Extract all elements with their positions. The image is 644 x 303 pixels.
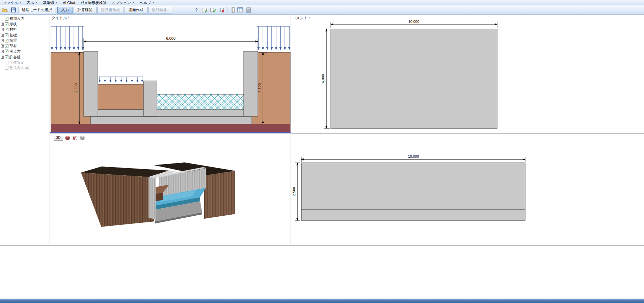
- save-floppy-icon: [11, 7, 16, 12]
- toolbar-separator: [227, 7, 228, 13]
- menu-ai-chat[interactable]: AI Chat: [60, 0, 78, 5]
- model-3d-drawing[interactable]: [50, 134, 291, 245]
- tree-item-label: 考え方: [9, 49, 21, 54]
- open-button[interactable]: [1, 7, 8, 13]
- mode-select-button[interactable]: 処理モードの選択: [19, 7, 55, 13]
- tree-item-shape[interactable]: 形状: [0, 21, 50, 27]
- tree-item-material[interactable]: 材料: [0, 27, 50, 32]
- tree-item-label: 基礎: [9, 33, 17, 38]
- table-result-button[interactable]: [218, 7, 225, 13]
- expand-plus-icon[interactable]: [1, 34, 4, 37]
- checkbox-checked-icon[interactable]: [5, 50, 8, 53]
- menu-ai-chat-label: AI Chat: [63, 1, 75, 5]
- tree-item-approach[interactable]: 考え方: [0, 49, 50, 54]
- open-folder-icon: [2, 8, 8, 12]
- tab-drawing[interactable]: 図面作成: [125, 7, 147, 13]
- section-view-pane: タイトル：: [50, 15, 291, 133]
- save-button[interactable]: [9, 7, 17, 13]
- tree-item-member[interactable]: 部材: [0, 43, 50, 49]
- tree-item-load[interactable]: 荷重: [0, 38, 50, 43]
- elevation-wall-outline: [301, 163, 525, 220]
- checkbox-checked-icon[interactable]: [5, 39, 8, 42]
- tree-item-improvement-depth-width[interactable]: 改良深さ,幅: [0, 65, 50, 71]
- plan-slab-outline: [331, 29, 497, 128]
- dim-label-plan-height: 6.000: [321, 74, 325, 83]
- viewer-3d-model: [81, 162, 235, 227]
- form-edit-icon: [202, 7, 208, 13]
- ruler-button[interactable]: [231, 7, 236, 13]
- dim-label-width: 6.000: [166, 36, 176, 40]
- tab-calc-report[interactable]: 計算書作成: [97, 7, 124, 13]
- comment-label: コメント：: [292, 16, 311, 21]
- report-sheet-icon: [246, 7, 251, 13]
- checkbox-checked-icon[interactable]: [5, 17, 8, 21]
- menu-standards[interactable]: 基準値: [40, 0, 60, 5]
- right-load-arrows: [257, 26, 290, 50]
- 3d-view-texture-icon[interactable]: [72, 134, 78, 141]
- tree-item-allowable-values[interactable]: 許容値: [0, 54, 50, 60]
- 3d-toggle-button[interactable]: 3D: [54, 135, 63, 141]
- tree-item-label: 改良深さ,幅: [9, 65, 29, 70]
- table-result-icon: [219, 7, 224, 13]
- water-hatch-region: [157, 94, 244, 110]
- chamber-load-arrows: [99, 77, 143, 82]
- middle-wall: [143, 81, 157, 116]
- help-button[interactable]: ?: [193, 7, 200, 13]
- table-check-button[interactable]: [210, 7, 217, 13]
- menu-standards-label: 基準値: [43, 0, 54, 5]
- menu-options[interactable]: オプション: [109, 0, 137, 5]
- tab-input[interactable]: 入力: [57, 7, 73, 13]
- tree-item-label: 材料: [9, 27, 17, 32]
- expand-plus-icon[interactable]: [1, 39, 4, 42]
- title-label: タイトル：: [52, 16, 71, 21]
- checkbox-checked-icon[interactable]: [5, 44, 8, 48]
- chamber-soil-fill: [98, 84, 144, 110]
- checkbox-checked-icon[interactable]: [5, 33, 8, 37]
- mode-tabs: 入力 計算確認 計算書作成 図面作成 設計調書: [57, 7, 171, 13]
- menu-deliverable-shape-check[interactable]: 成果物形状検証: [78, 0, 109, 5]
- dim-label-elev-width: 10.000: [408, 154, 419, 158]
- table-grid-icon: [237, 7, 243, 12]
- plan-view-pane: コメント： 10.000 6.000: [291, 15, 644, 134]
- tree-item-overall-stability[interactable]: 全体安定: [0, 60, 50, 65]
- tab-calc-check[interactable]: 計算確認: [74, 7, 97, 13]
- section-drawing[interactable]: 6.000 2.500 2.500: [50, 15, 291, 133]
- plan-drawing[interactable]: 10.000 6.000: [291, 15, 644, 134]
- expand-plus-icon[interactable]: [1, 50, 4, 53]
- 3d-view-solid-icon[interactable]: [64, 134, 71, 141]
- expand-plus-icon[interactable]: [1, 23, 4, 26]
- form-edit-button[interactable]: [201, 7, 209, 13]
- base-slab: [90, 116, 252, 124]
- expand-plus-icon[interactable]: [1, 44, 4, 48]
- dim-label-plan-width: 10.000: [408, 20, 419, 24]
- inner-floor-slab: [98, 110, 244, 116]
- tree-item-foundation[interactable]: 基礎: [0, 32, 50, 38]
- dim-label-elev-height: 2.500: [292, 187, 296, 196]
- elevation-drawing[interactable]: 10.000 2.500: [291, 134, 644, 245]
- table-view-button[interactable]: [237, 7, 244, 13]
- app-window: ファイル 表示 基準値 AI Chat 成果物形状検証 オプション ヘルプ 処理…: [0, 0, 644, 303]
- menu-help[interactable]: ヘルプ: [137, 0, 157, 5]
- menu-file[interactable]: ファイル: [0, 0, 24, 5]
- checkbox-checked-icon[interactable]: [5, 28, 8, 31]
- expand-plus-icon[interactable]: [1, 56, 4, 59]
- menu-help-label: ヘルプ: [140, 0, 151, 5]
- input-tree-panel: 初期入力 形状 材料 基礎 荷重 部材: [0, 15, 50, 245]
- menu-bar: ファイル 表示 基準値 AI Chat 成果物形状検証 オプション ヘルプ: [0, 0, 644, 5]
- tab-design-report[interactable]: 設計調書: [148, 7, 171, 13]
- report-sheet-button[interactable]: [245, 7, 252, 13]
- viewer-3d-toolbar: 3D: [54, 134, 85, 141]
- checkbox-checked-icon[interactable]: [5, 55, 8, 59]
- 3d-view-wire-icon[interactable]: [79, 134, 85, 141]
- left-load-arrows: [51, 26, 84, 50]
- expand-plus-icon[interactable]: [1, 28, 4, 31]
- help-icon: ?: [195, 7, 198, 12]
- checkbox-checked-icon[interactable]: [5, 22, 8, 26]
- workspace-bottom-line: [0, 245, 644, 246]
- menu-deliverable-shape-check-label: 成果物形状検証: [81, 0, 107, 5]
- tree-item-label: 初期入力: [9, 16, 24, 21]
- right-wall: [244, 51, 258, 116]
- tree-item-initial-input[interactable]: 初期入力: [0, 16, 50, 21]
- bottom-status-bar: [0, 299, 644, 303]
- menu-view[interactable]: 表示: [24, 0, 40, 5]
